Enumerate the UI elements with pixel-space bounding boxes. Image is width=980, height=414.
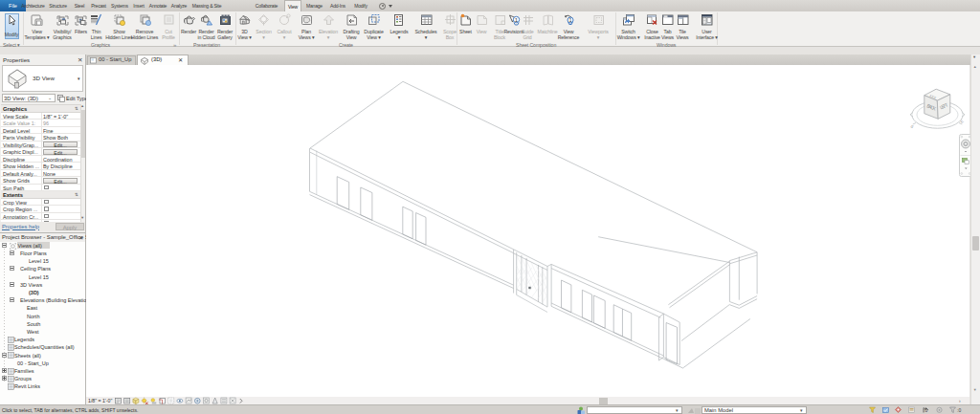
svg-text:1: 1 <box>568 17 571 23</box>
svg-text:S: S <box>909 124 915 130</box>
